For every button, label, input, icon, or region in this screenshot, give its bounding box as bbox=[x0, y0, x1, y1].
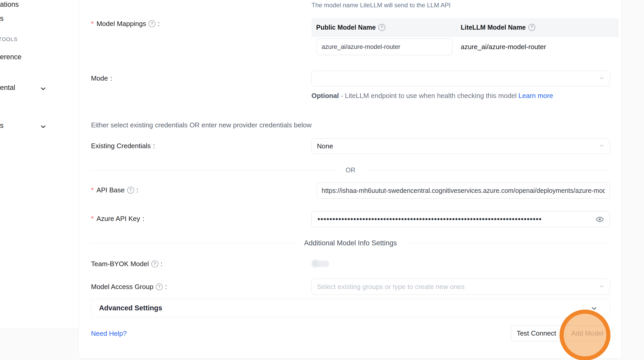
required-asterisk: * bbox=[91, 20, 94, 28]
learn-more-link[interactable]: Learn more bbox=[518, 92, 553, 100]
api-base-label: * API Base ? : bbox=[91, 186, 138, 194]
additional-settings-divider: Additional Model Info Settings bbox=[91, 239, 610, 247]
api-base-field[interactable] bbox=[317, 182, 610, 199]
litellm-model-name-value: azure_ai/azure-model-router bbox=[461, 38, 546, 55]
required-asterisk: * bbox=[91, 186, 94, 194]
sidebar-item[interactable]: erence bbox=[0, 53, 22, 61]
advanced-settings-panel[interactable]: Advanced Settings bbox=[91, 299, 610, 317]
need-help-link[interactable]: Need Help? bbox=[91, 330, 127, 338]
add-model-page: ations s TOOLS erence ental s The model … bbox=[0, 0, 644, 360]
chevron-down-icon bbox=[598, 283, 605, 291]
header-divider bbox=[456, 22, 457, 32]
api-base-input[interactable] bbox=[317, 187, 610, 194]
sidebar-section-tools: TOOLS bbox=[0, 36, 17, 42]
existing-credentials-select[interactable]: None bbox=[311, 138, 610, 154]
chevron-down-icon bbox=[598, 75, 605, 82]
team-byok-label: Team-BYOK Model ? : bbox=[91, 260, 162, 268]
mode-help-text: Optional - LiteLLM endpoint to use when … bbox=[311, 90, 574, 101]
click-annotation-circle bbox=[560, 310, 610, 360]
existing-credentials-label: Existing Credentials : bbox=[91, 142, 155, 150]
existing-credentials-value: None bbox=[317, 142, 333, 150]
help-question-icon[interactable]: ? bbox=[528, 24, 535, 31]
or-divider: OR bbox=[91, 166, 610, 174]
model-mappings-label: * Model Mappings ? : bbox=[91, 20, 160, 28]
required-asterisk: * bbox=[91, 215, 94, 223]
sidebar: ations s TOOLS erence ental s bbox=[0, 0, 79, 329]
help-question-icon[interactable]: ? bbox=[156, 283, 163, 290]
team-byok-toggle[interactable] bbox=[311, 259, 330, 268]
help-question-icon[interactable]: ? bbox=[151, 260, 158, 267]
model-access-group-label: Model Access Group ? : bbox=[91, 283, 167, 291]
public-model-name-input[interactable] bbox=[317, 43, 452, 50]
help-question-icon[interactable]: ? bbox=[127, 187, 134, 194]
sidebar-item[interactable]: ental bbox=[0, 84, 15, 92]
toggle-password-visibility-icon[interactable] bbox=[596, 215, 604, 225]
sidebar-item[interactable]: s bbox=[0, 122, 4, 130]
column-header-public-model-name: Public Model Name ? bbox=[316, 18, 385, 36]
credentials-note: Either select existing credentials OR en… bbox=[91, 121, 311, 129]
public-model-name-field[interactable] bbox=[317, 38, 452, 55]
azure-api-key-field[interactable]: ••••••••••••••••••••••••••••••••••••••••… bbox=[311, 211, 610, 227]
help-question-icon[interactable]: ? bbox=[148, 20, 155, 27]
masked-api-key: ••••••••••••••••••••••••••••••••••••••••… bbox=[312, 215, 590, 224]
chevron-down-icon bbox=[598, 142, 605, 150]
mode-label: Mode : bbox=[91, 74, 112, 82]
model-access-group-select[interactable]: Select existing groups or type to create… bbox=[311, 279, 610, 295]
column-header-litellm-model-name: LiteLLM Model Name ? bbox=[461, 18, 535, 36]
sidebar-item[interactable]: s bbox=[0, 15, 4, 23]
azure-api-key-label: * Azure API Key : bbox=[91, 215, 144, 223]
sidebar-item[interactable]: ations bbox=[0, 1, 19, 9]
test-connect-button[interactable]: Test Connect bbox=[511, 325, 562, 341]
advanced-settings-title: Advanced Settings bbox=[99, 304, 162, 312]
help-question-icon[interactable]: ? bbox=[378, 24, 385, 31]
model-name-hint: The model name LiteLLM will send to the … bbox=[311, 2, 451, 9]
chevron-down-icon[interactable] bbox=[40, 123, 47, 131]
chevron-down-icon[interactable] bbox=[40, 85, 47, 93]
model-access-group-placeholder: Select existing groups or type to create… bbox=[317, 283, 465, 291]
mode-select[interactable] bbox=[311, 71, 610, 86]
